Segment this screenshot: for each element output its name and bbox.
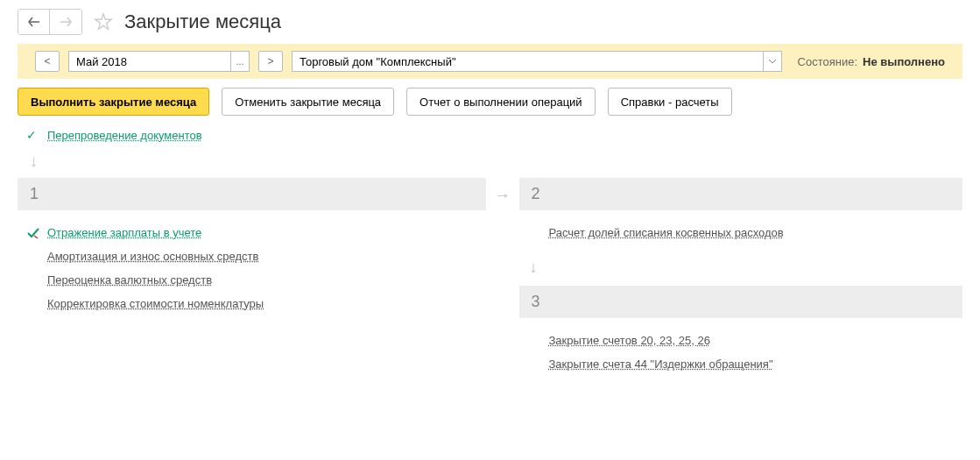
arrow-right-icon — [60, 17, 72, 27]
star-icon — [94, 12, 113, 32]
org-dropdown-button[interactable] — [763, 51, 782, 72]
operation-row: Переоценка валютных средств — [23, 268, 481, 292]
org-select — [292, 51, 782, 72]
operation-link[interactable]: Корректировка стоимости номенклатуры — [47, 297, 264, 310]
period-prev-button[interactable]: < — [35, 51, 60, 72]
operation-link[interactable]: Расчет долей списания косвенных расходов — [549, 226, 784, 239]
operation-link[interactable]: Закрытие счета 44 "Издержки обращения" — [549, 357, 773, 371]
page-title: Закрытие месяца — [124, 11, 281, 33]
action-bar: Выполнить закрытие месяца Отменить закры… — [0, 79, 980, 124]
arrow-down-icon: ↓ — [30, 152, 38, 170]
stage-1: 1 Отражение зарплаты в учете Амортизация… — [18, 178, 486, 386]
operation-row: Расчет долей списания косвенных расходов — [525, 221, 958, 244]
arrow-right-icon: → — [495, 187, 511, 205]
filter-bar: < ... > Состояние: Не выполнено — [18, 44, 962, 79]
chevron-down-icon — [769, 60, 776, 64]
report-button[interactable]: Отчет о выполнении операций — [406, 88, 596, 116]
period-picker-button[interactable]: ... — [230, 51, 250, 72]
back-button[interactable] — [18, 10, 50, 34]
period-input[interactable] — [68, 51, 230, 72]
stage-2-header: 2 — [519, 178, 963, 210]
stage-3: 3 Закрытие счетов 20, 23, 25, 26 Закрыти… — [519, 286, 963, 386]
check-icon: ✓ — [26, 128, 37, 142]
flow-arrow-down: ↓ — [0, 145, 980, 178]
forward-button[interactable] — [50, 10, 81, 34]
flow-arrow-down: ↓ — [519, 255, 963, 286]
arrow-down-icon: ↓ — [530, 258, 538, 276]
operation-link[interactable]: Переоценка валютных средств — [47, 273, 212, 287]
edited-check-icon — [26, 227, 40, 239]
operation-row: Корректировка стоимости номенклатуры — [23, 292, 481, 315]
operation-row: Закрытие счетов 20, 23, 25, 26 — [525, 329, 958, 352]
favorite-button[interactable] — [91, 10, 116, 34]
period-field: ... — [68, 51, 250, 72]
operation-row: Закрытие счета 44 "Издержки обращения" — [525, 352, 958, 376]
status-display: Состояние: Не выполнено — [798, 55, 945, 68]
stage-1-header: 1 — [18, 178, 486, 210]
execute-button[interactable]: Выполнить закрытие месяца — [18, 88, 209, 116]
operation-link[interactable]: Отражение зарплаты в учете — [47, 226, 201, 239]
period-next-button[interactable]: > — [258, 51, 283, 72]
operation-row: Амортизация и износ основных средств — [23, 244, 481, 268]
refs-button[interactable]: Справки - расчеты — [608, 88, 732, 116]
operation-link[interactable]: Амортизация и износ основных средств — [47, 250, 258, 263]
org-input[interactable] — [292, 51, 763, 72]
arrow-left-icon — [28, 17, 40, 27]
cancel-button[interactable]: Отменить закрытие месяца — [222, 88, 394, 116]
operation-link[interactable]: Закрытие счетов 20, 23, 25, 26 — [549, 334, 710, 347]
status-label: Состояние: — [798, 55, 857, 68]
stage-2: 2 Расчет долей списания косвенных расход… — [519, 178, 963, 255]
status-value: Не выполнено — [863, 55, 945, 68]
prestep-row: ✓ Перепроведение документов — [0, 124, 980, 145]
stage-3-header: 3 — [519, 286, 963, 318]
prestep-link[interactable]: Перепроведение документов — [47, 129, 202, 142]
nav-buttons — [18, 9, 82, 35]
flow-arrow-right: → — [495, 178, 511, 386]
operation-row: Отражение зарплаты в учете — [23, 221, 481, 244]
